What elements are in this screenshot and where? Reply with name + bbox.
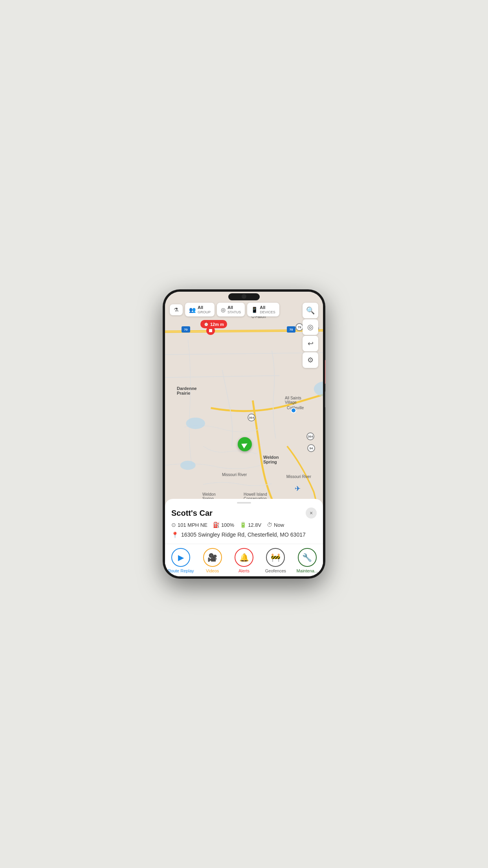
interstate-70-left: 70 xyxy=(182,326,190,333)
vehicle-arrow-icon: ▶ xyxy=(240,439,249,449)
group-icon: 👥 xyxy=(189,307,196,313)
settings-button[interactable]: ⚙ xyxy=(303,352,318,368)
maintenance-icon: 🔧 xyxy=(302,553,312,562)
fuel-icon: ⛽ xyxy=(213,522,220,528)
interstate-70-right: 70 xyxy=(287,326,295,333)
nav-videos[interactable]: 🎥 Videos xyxy=(196,548,228,573)
replay-button[interactable]: ↩ xyxy=(303,336,318,351)
status-filter-button[interactable]: ◎ All STATUS xyxy=(217,303,245,316)
nav-alerts[interactable]: 🔔 Alerts xyxy=(228,548,260,573)
battery-icon: 🔋 xyxy=(240,522,246,528)
nav-route-replay[interactable]: ▶ Route Replay xyxy=(165,548,196,573)
nav-maintenance[interactable]: 🔧 Maintena... xyxy=(292,548,323,573)
phone-camera xyxy=(242,294,246,299)
stop-marker xyxy=(206,326,215,335)
route-replay-icon-circle: ▶ xyxy=(171,548,190,567)
svg-point-8 xyxy=(186,417,205,429)
filter-bar: ⚗ 👥 All GROUP ◎ All STATUS 📱 All xyxy=(170,303,323,316)
speed-stat: ⊙ 101 MPH NE xyxy=(171,522,207,528)
highway-364-right: 364 xyxy=(306,432,314,440)
time-stat: ⏱ Now xyxy=(267,522,284,528)
videos-label: Videos xyxy=(206,568,219,573)
alerts-icon-circle: 🔔 xyxy=(235,548,253,567)
group-label: All xyxy=(198,305,211,310)
card-stats: ⊙ 101 MPH NE ⛽ 100% 🔋 12.8V ⏱ Now xyxy=(165,522,323,531)
group-sublabel: GROUP xyxy=(198,310,211,314)
location-pin-icon: 📍 xyxy=(171,531,179,539)
right-tools: 🔍 ◎ ↩ ⚙ xyxy=(303,303,318,368)
group-filter-button[interactable]: 👥 All GROUP xyxy=(185,303,215,316)
nav-geofences[interactable]: 🚧 Geofences xyxy=(260,548,291,573)
vehicle-marker[interactable]: ▶ xyxy=(238,437,252,451)
close-button[interactable]: × xyxy=(306,508,317,519)
card-header: Scott's Car × xyxy=(165,508,323,522)
svg-point-9 xyxy=(180,461,196,470)
bottom-navigation: ▶ Route Replay 🎥 Videos 🔔 Alerts xyxy=(165,544,323,576)
address-text: 16305 Swingley Ridge Rd, Chesterfield, M… xyxy=(181,531,306,539)
card-address: 📍 16305 Swingley Ridge Rd, Chesterfield,… xyxy=(165,531,323,544)
phone-screen: O'Fallon DardennePrairie All SaintsVilla… xyxy=(165,292,323,576)
time-badge-text: 12m xyxy=(210,322,219,327)
filter-button[interactable]: ⚗ xyxy=(170,304,183,315)
speed-value: 101 MPH NE xyxy=(178,522,207,528)
devices-sublabel: DEVICES xyxy=(260,310,275,314)
geofences-icon-circle: 🚧 xyxy=(266,548,285,567)
maintenance-icon-circle: 🔧 xyxy=(298,548,317,567)
vehicle-info-card: Scott's Car × ⊙ 101 MPH NE ⛽ 100% 🔋 12.8… xyxy=(165,499,323,576)
blue-location-dot xyxy=(291,408,296,413)
alerts-label: Alerts xyxy=(238,568,250,573)
time-badge: ⏰ 12mm xyxy=(200,320,227,328)
geofences-label: Geofences xyxy=(265,568,286,573)
highway-94: 94 xyxy=(307,444,315,452)
highway-79: 79 xyxy=(295,323,303,331)
drag-handle xyxy=(237,502,251,504)
phone-frame: O'Fallon DardennePrairie All SaintsVilla… xyxy=(163,289,325,579)
battery-stat: 🔋 12.8V xyxy=(240,522,261,528)
airport-icon: ✈ xyxy=(295,484,301,493)
vehicle-name: Scott's Car xyxy=(171,509,213,518)
settings-icon: ⚙ xyxy=(307,356,314,364)
devices-icon: 📱 xyxy=(251,307,258,313)
stop-square xyxy=(209,329,212,332)
search-icon: 🔍 xyxy=(306,306,315,315)
route-replay-icon: ▶ xyxy=(178,553,184,562)
maintenance-label: Maintena... xyxy=(297,568,318,573)
battery-value: 12.8V xyxy=(248,522,261,528)
fuel-value: 100% xyxy=(221,522,234,528)
svg-point-10 xyxy=(314,381,323,397)
replay-icon: ↩ xyxy=(308,339,314,348)
side-button-right2 xyxy=(325,392,325,407)
route-replay-label: Route Replay xyxy=(168,568,194,573)
speed-icon: ⊙ xyxy=(171,522,176,528)
status-icon: ◎ xyxy=(221,307,226,313)
svg-line-7 xyxy=(165,375,279,377)
fuel-stat: ⛽ 100% xyxy=(213,522,234,528)
videos-icon-circle: 🎥 xyxy=(203,548,222,567)
highway-364-left: 364 xyxy=(248,414,255,421)
devices-filter-button[interactable]: 📱 All DEVICES xyxy=(247,303,279,316)
alerts-icon: 🔔 xyxy=(239,553,249,562)
geofences-icon: 🚧 xyxy=(271,553,281,562)
time-value: Now xyxy=(274,522,284,528)
devices-label: All xyxy=(260,305,275,310)
locate-button[interactable]: ◎ xyxy=(303,319,318,335)
filter-icon: ⚗ xyxy=(174,307,179,313)
status-sublabel: STATUS xyxy=(227,310,241,314)
svg-line-6 xyxy=(165,353,323,355)
clock-icon: ⏰ xyxy=(204,322,209,327)
locate-icon: ◎ xyxy=(307,323,314,331)
time-icon: ⏱ xyxy=(267,522,272,528)
status-label: All xyxy=(227,305,241,310)
time-badge-unit: m xyxy=(220,322,224,327)
side-button-right xyxy=(325,360,325,384)
search-button[interactable]: 🔍 xyxy=(303,303,318,318)
videos-icon: 🎥 xyxy=(207,553,217,562)
